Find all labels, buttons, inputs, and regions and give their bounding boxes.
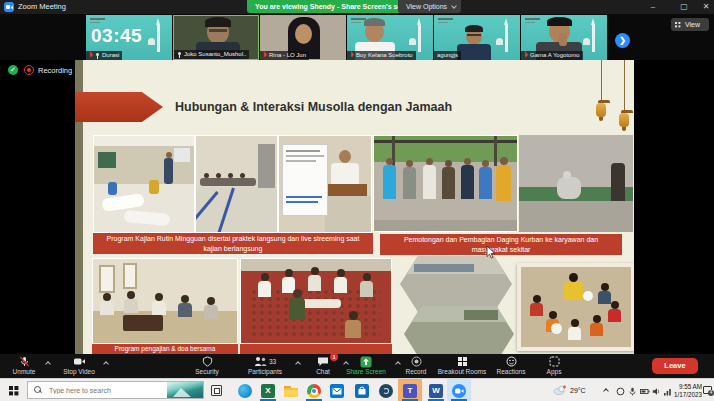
share-screen-icon — [340, 355, 392, 368]
photo-pengajian-rumah — [92, 258, 238, 344]
minimize-button[interactable]: – — [645, 0, 661, 13]
countdown-timer: 03:45 — [91, 25, 142, 47]
temperature-label: 29°C — [570, 387, 586, 394]
zoom-app-icon — [4, 2, 14, 12]
zoom-toolbar: Unmute Stop Video Security 33 Participan… — [0, 354, 714, 378]
shared-screen-area: ✓ Recording Hubungan & Interaksi Musolla… — [0, 60, 714, 354]
search-icon — [34, 386, 42, 394]
maximize-button[interactable]: ▢ — [676, 0, 692, 13]
share-screen-button[interactable]: Share Screen — [340, 355, 392, 377]
photo-pengajian-karpet — [240, 258, 392, 344]
presentation-slide: Hubungan & Interaksi Musolla dengan Jama… — [75, 60, 634, 354]
photo-kurban-group — [373, 135, 518, 232]
photo-kurban-crowd — [519, 135, 633, 232]
caption-kajian: Program Kajian Rutin Mingguan disertai p… — [93, 233, 373, 254]
reactions-button[interactable]: Reactions — [488, 355, 534, 377]
windows-taskbar: X T W — [0, 378, 714, 401]
tray-person-icon[interactable] — [616, 387, 625, 396]
tray-mic-icon[interactable] — [628, 387, 637, 396]
encryption-shield-icon: ✓ — [8, 65, 18, 75]
search-input[interactable] — [47, 386, 157, 395]
pin-icon — [177, 52, 182, 58]
photo-sholat-berjamaah-1 — [400, 256, 512, 312]
app-icon-dark[interactable] — [379, 384, 393, 398]
apps-button[interactable]: Apps — [534, 355, 574, 377]
clock-time: 9:55 AM — [664, 383, 702, 391]
security-button[interactable]: Security — [183, 355, 231, 377]
chrome-icon[interactable] — [307, 384, 321, 398]
video-tile-gama[interactable]: Gama A Yogotomo — [521, 15, 607, 60]
video-tile-boy[interactable]: Boy Kelana Soebroto — [347, 15, 433, 60]
task-view-button[interactable] — [211, 385, 222, 396]
file-explorer-icon[interactable] — [284, 384, 298, 398]
search-highlight-image — [167, 382, 203, 398]
caption-bottom-middle — [240, 344, 392, 354]
edge-icon[interactable] — [238, 384, 252, 398]
tray-expand-chevron[interactable] — [603, 388, 609, 394]
mosque-illustration — [409, 18, 425, 52]
video-tile-durasi[interactable]: 03:45 Durasi — [86, 15, 172, 60]
taskbar-clock[interactable]: 9:55 AM 1/17/2023 — [664, 383, 702, 398]
stop-video-button[interactable]: Stop Video — [56, 355, 102, 377]
mail-icon[interactable] — [330, 384, 344, 398]
clock-date: 1/17/2023 — [664, 391, 702, 399]
mosque-illustration — [496, 18, 512, 52]
chevron-down-icon — [451, 3, 457, 9]
breakout-rooms-button[interactable]: Breakout Rooms — [434, 355, 490, 377]
record-button[interactable]: Record — [394, 355, 438, 377]
muted-mic-icon — [263, 53, 267, 59]
unmute-options-chevron[interactable] — [45, 361, 51, 367]
next-participants-arrow[interactable]: ❯ — [615, 33, 630, 48]
view-layout-button[interactable]: View — [671, 18, 709, 31]
leave-button[interactable]: Leave — [652, 358, 698, 374]
video-tile-joko[interactable]: Joko Susanto_Mushol.. — [173, 15, 259, 60]
notification-center-icon[interactable]: 4 — [703, 386, 712, 394]
muted-mic-icon — [524, 53, 528, 59]
slide-title: Hubungan & Interaksi Musolla dengan Jama… — [175, 100, 452, 114]
mosque-illustration — [148, 18, 164, 52]
photo-kajian-live-streaming — [278, 135, 372, 233]
photo-kajian-ruangan — [195, 135, 278, 233]
breakout-rooms-icon — [434, 355, 490, 368]
chat-button[interactable]: Chat 1 — [306, 355, 340, 377]
participants-icon: 33 — [238, 355, 292, 368]
chat-badge: 1 — [330, 353, 338, 361]
tray-speaker-icon[interactable] — [652, 387, 661, 396]
unmute-button[interactable]: Unmute — [4, 355, 44, 377]
participants-button[interactable]: 33 Participants — [238, 355, 292, 377]
caption-pengajian: Program pengajian & doa bersama — [92, 344, 238, 354]
mosque-illustration — [583, 18, 599, 52]
record-icon — [394, 355, 438, 368]
shield-icon — [183, 355, 231, 368]
participant-video-strip: 03:45 Durasi Joko Susanto_Mushol.. Rina … — [0, 14, 714, 60]
taskbar-search[interactable] — [27, 381, 204, 399]
camera-icon — [56, 355, 102, 368]
weather-cloud-icon — [553, 385, 567, 395]
video-tile-rina[interactable]: Rina - LO Jun — [260, 15, 346, 60]
microsoft-store-icon[interactable] — [355, 384, 369, 398]
start-button[interactable] — [9, 386, 19, 396]
participants-options-chevron[interactable] — [295, 361, 301, 367]
participants-count: 33 — [269, 358, 276, 365]
muted-mic-icon — [350, 53, 354, 59]
mic-muted-icon — [4, 355, 44, 368]
apps-icon — [534, 355, 574, 368]
view-options-button[interactable]: View Options — [398, 0, 461, 13]
close-button[interactable]: ✕ — [698, 0, 714, 13]
caption-kurban: Pemotongan dan Pembagian Daging Kurban k… — [380, 234, 622, 255]
grid-icon — [675, 22, 681, 28]
recording-label: Recording — [38, 66, 72, 75]
recording-indicator-icon[interactable] — [24, 65, 34, 75]
excel-icon[interactable]: X — [261, 384, 275, 398]
video-options-chevron[interactable] — [103, 361, 109, 367]
notification-badge: 4 — [708, 390, 714, 396]
photo-sholat-berjamaah-2 — [404, 306, 514, 354]
teams-icon[interactable]: T — [403, 384, 417, 398]
window-title: Zoom Meeting — [18, 2, 66, 11]
muted-mic-icon — [89, 53, 93, 59]
tray-battery-icon[interactable] — [640, 387, 650, 396]
word-icon[interactable]: W — [429, 384, 443, 398]
lantern-decoration — [618, 60, 630, 140]
zoom-taskbar-icon[interactable] — [452, 384, 466, 398]
video-tile-agungjs[interactable]: agungjs — [434, 15, 520, 60]
